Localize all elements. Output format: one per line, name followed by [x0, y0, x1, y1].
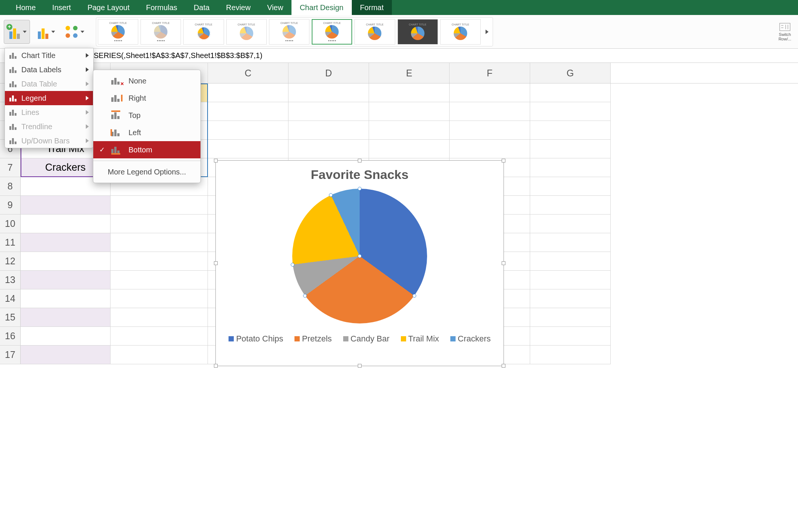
chart-title[interactable]: Favorite Snacks: [216, 167, 504, 182]
legend-option-top[interactable]: Top: [93, 107, 200, 124]
chart-style-5[interactable]: CHART TITLE■ ■ ■ ■ ■: [269, 19, 309, 45]
row-header-9[interactable]: 9: [0, 196, 21, 215]
cell-d5[interactable]: [288, 121, 369, 140]
cell-g10[interactable]: [530, 215, 611, 233]
cell-a12[interactable]: [21, 252, 111, 271]
legend-option-left[interactable]: Left: [93, 124, 200, 141]
add-chart-element-button[interactable]: +: [4, 20, 30, 44]
cell-c3[interactable]: [208, 83, 288, 102]
chart-style-7[interactable]: Chart Title: [354, 19, 395, 45]
cell-a10[interactable]: [21, 215, 111, 233]
cell-b15[interactable]: [111, 308, 208, 327]
cell-a16[interactable]: [21, 327, 111, 346]
change-colors-button[interactable]: [61, 20, 88, 44]
row-header-12[interactable]: 12: [0, 252, 21, 271]
switch-row-column-button[interactable]: Switch Row/...: [776, 22, 794, 41]
cell-f3[interactable]: [450, 83, 530, 102]
row-header-15[interactable]: 15: [0, 308, 21, 327]
cell-f6[interactable]: [450, 140, 530, 158]
cell-g9[interactable]: [530, 196, 611, 215]
chart-style-9[interactable]: CHART TITLE: [440, 19, 481, 45]
row-header-10[interactable]: 10: [0, 215, 21, 233]
cell-g13[interactable]: [530, 271, 611, 289]
legend-item[interactable]: Crackers: [450, 334, 491, 344]
cell-a14[interactable]: [21, 289, 111, 308]
col-header-g[interactable]: G: [530, 63, 611, 83]
cell-d6[interactable]: [288, 140, 369, 158]
formula-bar[interactable]: SERIES(,Sheet1!$A$3:$A$7,Sheet1!$B$3:$B$…: [0, 49, 798, 63]
cell-g16[interactable]: [530, 327, 611, 346]
cell-a13[interactable]: [21, 271, 111, 289]
legend-item[interactable]: Candy Bar: [343, 334, 390, 344]
cell-e6[interactable]: [369, 140, 450, 158]
cell-g5[interactable]: [530, 121, 611, 140]
row-header-7[interactable]: 7: [0, 158, 21, 177]
cell-f4[interactable]: [450, 102, 530, 121]
cell-d3[interactable]: [288, 83, 369, 102]
row-header-11[interactable]: 11: [0, 233, 21, 252]
cell-b12[interactable]: [111, 252, 208, 271]
cell-g14[interactable]: [530, 289, 611, 308]
cell-a9[interactable]: [21, 196, 111, 215]
more-legend-options[interactable]: More Legend Options...: [93, 163, 200, 180]
quick-layout-button[interactable]: [32, 20, 58, 44]
cell-d4[interactable]: [288, 102, 369, 121]
cell-e4[interactable]: [369, 102, 450, 121]
chart-legend[interactable]: Potato ChipsPretzelsCandy BarTrail MixCr…: [216, 334, 504, 344]
cell-e5[interactable]: [369, 121, 450, 140]
cell-g17[interactable]: [530, 346, 611, 364]
cell-g3[interactable]: [530, 83, 611, 102]
tab-review[interactable]: Review: [218, 0, 259, 15]
cell-a15[interactable]: [21, 308, 111, 327]
cell-f5[interactable]: [450, 121, 530, 140]
cell-c4[interactable]: [208, 102, 288, 121]
cell-g7[interactable]: [530, 158, 611, 177]
chart-object[interactable]: Favorite Snacks Potato ChipsPretzelsCand…: [215, 160, 504, 366]
chart-style-2[interactable]: CHART TITLE■ ■ ■ ■ ■: [140, 19, 181, 45]
pie-chart[interactable]: [292, 189, 427, 323]
more-chart-styles-button[interactable]: [483, 19, 491, 45]
cell-g11[interactable]: [530, 233, 611, 252]
row-header-8[interactable]: 8: [0, 177, 21, 196]
cell-b14[interactable]: [111, 289, 208, 308]
chart-style-8[interactable]: CHART TITLE: [398, 19, 438, 45]
cell-b16[interactable]: [111, 327, 208, 346]
chart-style-6[interactable]: Chart Title■ ■ ■ ■ ■: [312, 19, 352, 45]
chart-style-1[interactable]: Chart Title■ ■ ■ ■ ■: [98, 19, 138, 45]
tab-home[interactable]: Home: [7, 0, 44, 15]
tab-insert[interactable]: Insert: [44, 0, 79, 15]
cell-b10[interactable]: [111, 215, 208, 233]
legend-item[interactable]: Potato Chips: [229, 334, 283, 344]
cell-g6[interactable]: [530, 140, 611, 158]
tab-page-layout[interactable]: Page Layout: [79, 0, 137, 15]
menu-item-chart-title[interactable]: Chart Title: [5, 48, 93, 63]
tab-formulas[interactable]: Formulas: [138, 0, 185, 15]
col-header-e[interactable]: E: [369, 63, 450, 83]
legend-item[interactable]: Pretzels: [294, 334, 332, 344]
cell-c5[interactable]: [208, 121, 288, 140]
col-header-f[interactable]: F: [450, 63, 530, 83]
cell-a11[interactable]: [21, 233, 111, 252]
legend-item[interactable]: Trail Mix: [401, 334, 439, 344]
cell-a17[interactable]: [21, 346, 111, 364]
col-header-d[interactable]: D: [288, 63, 369, 83]
row-header-13[interactable]: 13: [0, 271, 21, 289]
cell-b9[interactable]: [111, 196, 208, 215]
cell-c6[interactable]: [208, 140, 288, 158]
chart-style-3[interactable]: Chart Title: [183, 19, 224, 45]
tab-data[interactable]: Data: [185, 0, 218, 15]
cell-g4[interactable]: [530, 102, 611, 121]
cell-b13[interactable]: [111, 271, 208, 289]
cell-e3[interactable]: [369, 83, 450, 102]
legend-option-none[interactable]: ✕None: [93, 72, 200, 89]
row-header-17[interactable]: 17: [0, 346, 21, 364]
tab-chart-design[interactable]: Chart Design: [291, 0, 352, 15]
legend-option-bottom[interactable]: ✓Bottom: [93, 141, 200, 158]
legend-option-right[interactable]: Right: [93, 89, 200, 107]
chart-style-4[interactable]: CHART TITLE: [226, 19, 267, 45]
menu-item-data-labels[interactable]: Data Labels: [5, 63, 93, 77]
cell-b17[interactable]: [111, 346, 208, 364]
row-header-16[interactable]: 16: [0, 327, 21, 346]
cell-b11[interactable]: [111, 233, 208, 252]
row-header-14[interactable]: 14: [0, 289, 21, 308]
